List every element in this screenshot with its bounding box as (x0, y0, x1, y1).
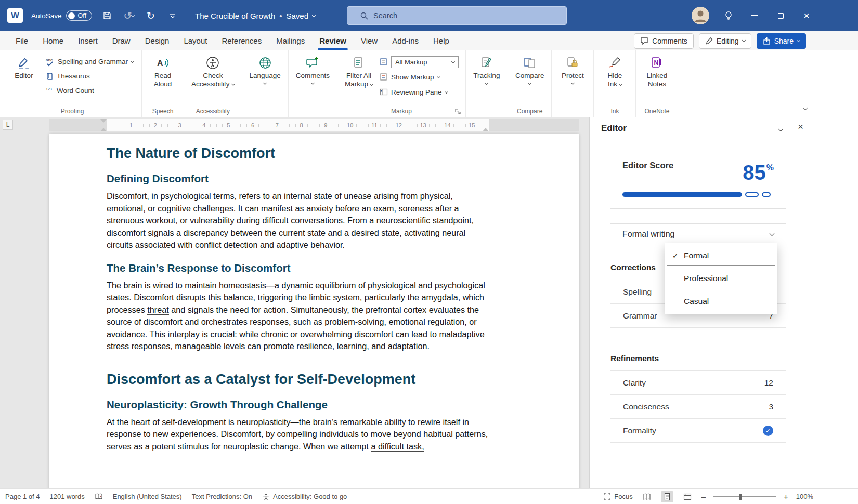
display-for-review-icon (380, 58, 388, 66)
new-comment-button[interactable]: Comments (292, 51, 333, 85)
ribbon-tabs: FileHomeInsertDrawDesignLayoutReferences… (0, 32, 457, 50)
focus-button[interactable]: Focus (603, 493, 632, 500)
zoom-slider[interactable] (713, 496, 776, 497)
pane-close-button[interactable]: × (798, 122, 803, 131)
accessibility-status[interactable]: Accessibility: Good to go (262, 493, 347, 501)
check-accessibility-button[interactable]: Check Accessibility (188, 51, 238, 89)
protect-button[interactable]: Protect (555, 51, 590, 85)
all-markup-combo[interactable]: All Markup (391, 56, 459, 68)
style-option-formal[interactable]: ✓Formal (665, 244, 777, 267)
display-for-review-select[interactable]: All Markup (378, 55, 461, 69)
document-text[interactable]: The Nature of DiscomfortDefining Discomf… (107, 144, 489, 453)
reviewing-pane-chevron-icon (444, 89, 448, 93)
pane-row-conciseness[interactable]: Conciseness3 (610, 395, 786, 419)
tab-review[interactable]: Review (312, 32, 354, 50)
share-button[interactable]: Share (757, 33, 806, 49)
tracking-button[interactable]: Tracking (470, 51, 504, 85)
linked-notes-button[interactable]: N Linked Notes (640, 51, 674, 89)
language-indicator[interactable]: English (United States) (113, 493, 182, 500)
avatar-image (692, 7, 709, 24)
word-count-indicator[interactable]: 1201 words (50, 493, 85, 500)
style-option-casual[interactable]: Casual (665, 290, 777, 313)
pane-row-clarity[interactable]: Clarity12 (610, 371, 786, 395)
print-layout-button[interactable] (661, 491, 673, 502)
horizontal-ruler[interactable]: 123456789101112131415 (49, 119, 579, 131)
compare-icon (523, 54, 537, 72)
restore-button[interactable] (774, 9, 787, 22)
zoom-slider-thumb[interactable] (739, 494, 742, 500)
proofing-errors-button[interactable] (95, 493, 103, 501)
writing-style-dropdown[interactable]: Formal writing (610, 223, 786, 245)
account-avatar[interactable] (692, 7, 709, 24)
tab-view[interactable]: View (354, 32, 385, 50)
zoom-out-button[interactable]: – (701, 492, 706, 501)
pane-row-formality[interactable]: Formality✓ (610, 419, 786, 443)
compare-button[interactable]: Compare (512, 51, 548, 85)
language-globe-icon (258, 54, 272, 72)
save-button[interactable] (100, 9, 114, 22)
pane-options-button[interactable] (779, 124, 783, 133)
zoom-level[interactable]: 100% (796, 493, 813, 500)
thesaurus-button[interactable]: Thesaurus (42, 70, 137, 83)
word-count-label: Word Count (57, 87, 94, 95)
word-count-button[interactable]: 123 Word Count (42, 84, 137, 97)
tab-design[interactable]: Design (138, 32, 177, 50)
show-markup-button[interactable]: Show Markup (378, 70, 461, 84)
autosave-toggle[interactable]: AutoSave Off (31, 10, 92, 21)
minimize-button[interactable] (748, 9, 761, 22)
word-logo[interactable]: W (7, 8, 23, 23)
tab-home[interactable]: Home (35, 32, 71, 50)
right-indent-marker[interactable] (483, 128, 489, 131)
accessibility-icon (262, 493, 270, 501)
protect-label: Protect (562, 72, 584, 80)
read-mode-button[interactable] (641, 491, 653, 502)
onenote-icon: N (650, 54, 664, 72)
customize-toolbar-button[interactable] (166, 9, 179, 22)
protect-chevron-icon (571, 81, 575, 85)
editing-mode-label: Editing (717, 37, 739, 45)
web-layout-icon (683, 493, 692, 501)
document-page[interactable]: The Nature of DiscomfortDefining Discomf… (49, 134, 579, 488)
zoom-in-button[interactable]: + (784, 492, 788, 501)
tab-file[interactable]: File (8, 32, 35, 50)
filter-markup-button[interactable]: Filter All Markup (341, 51, 376, 89)
comments-button[interactable]: Comments (634, 33, 694, 49)
redo-button[interactable]: ↻ (144, 9, 158, 22)
undo-button[interactable]: ↺ (122, 9, 136, 22)
page-indicator[interactable]: Page 1 of 4 (5, 493, 40, 500)
markup-dialog-launcher[interactable] (454, 108, 461, 114)
editor-icon (17, 54, 31, 72)
autosave-pill[interactable]: Off (66, 10, 92, 21)
read-aloud-button[interactable]: A Read Aloud (146, 51, 180, 89)
tab-stop-selector[interactable]: L (3, 120, 13, 130)
tab-mailings[interactable]: Mailings (269, 32, 312, 50)
collapse-ribbon-button[interactable] (803, 102, 807, 112)
hide-ink-button[interactable]: Hide Ink (597, 51, 632, 89)
ruler-number: 1 (128, 122, 134, 129)
style-option-professional[interactable]: Professional (665, 267, 777, 290)
compare-chevron-icon (528, 81, 531, 85)
tab-draw[interactable]: Draw (105, 32, 138, 50)
hanging-indent-marker[interactable] (100, 128, 107, 131)
text-predictions-indicator[interactable]: Text Predictions: On (192, 493, 252, 500)
tab-add-ins[interactable]: Add-ins (385, 32, 426, 50)
ruler-number: 5 (225, 122, 231, 129)
editor-button[interactable]: Editor (7, 51, 41, 81)
tab-layout[interactable]: Layout (176, 32, 214, 50)
title-separator: • (279, 11, 282, 20)
language-button[interactable]: Language (246, 51, 284, 85)
tab-references[interactable]: References (214, 32, 269, 50)
web-layout-button[interactable] (681, 491, 694, 502)
tell-me-more-button[interactable] (722, 9, 735, 22)
close-button[interactable]: × (800, 9, 813, 22)
tab-insert[interactable]: Insert (71, 32, 105, 50)
pane-row-label: Formality (623, 426, 656, 435)
pane-row-label: Clarity (623, 378, 646, 388)
document-title[interactable]: The Crucible of Growth • Saved (195, 11, 315, 20)
tab-help[interactable]: Help (426, 32, 457, 50)
editing-mode-button[interactable]: Editing (699, 33, 751, 49)
first-line-indent-marker[interactable] (100, 119, 107, 123)
search-input[interactable]: Search (347, 6, 567, 25)
spelling-grammar-button[interactable]: abc Spelling and Grammar (42, 55, 137, 68)
reviewing-pane-button[interactable]: Reviewing Pane (378, 85, 461, 99)
